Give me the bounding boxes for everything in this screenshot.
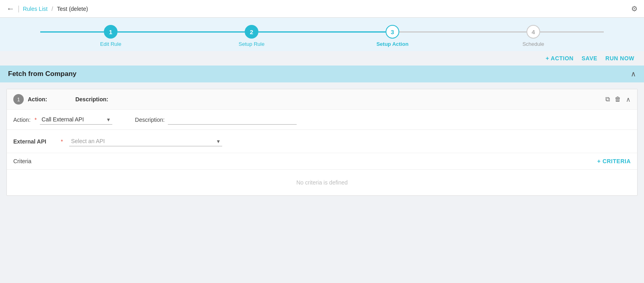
page-wrapper: ← | Rules List / Test (delete) ⚙ 1 bbox=[0, 0, 644, 283]
external-api-label: External API bbox=[13, 138, 54, 145]
action-field-label: Action: bbox=[13, 117, 31, 123]
save-button[interactable]: SAVE bbox=[582, 55, 597, 62]
content-scroll-area: Fetch from Company ∧ 1 Action: Descripti… bbox=[0, 66, 644, 283]
external-api-row: External API * Select an API ▼ bbox=[7, 130, 637, 153]
top-nav: ← | Rules List / Test (delete) ⚙ bbox=[0, 0, 644, 18]
no-criteria-message: No criteria is defined bbox=[7, 170, 637, 195]
criteria-label: Criteria bbox=[13, 158, 31, 164]
add-criteria-button[interactable]: + CRITERIA bbox=[597, 158, 631, 164]
step-4-circle: 4 bbox=[526, 25, 540, 39]
step-1-circle: 1 bbox=[104, 25, 118, 39]
delete-button[interactable]: 🗑 bbox=[615, 96, 621, 103]
step-3-circle: 3 bbox=[386, 25, 399, 39]
delete-icon: 🗑 bbox=[615, 96, 621, 103]
step-2-circle: 2 bbox=[245, 25, 258, 39]
card-action-header-label: Action: bbox=[28, 96, 47, 103]
stepper-section: 1 Edit Rule 2 Setup Rule bbox=[0, 18, 644, 51]
run-now-button[interactable]: RUN NOW bbox=[605, 55, 634, 62]
no-criteria-text: No criteria is defined bbox=[296, 179, 348, 186]
copy-button[interactable]: ⧉ bbox=[605, 96, 610, 103]
chevron-up-icon: ∧ bbox=[626, 96, 631, 103]
criteria-row: Criteria + CRITERIA bbox=[7, 153, 637, 170]
toolbar: + ACTION SAVE RUN NOW bbox=[0, 51, 644, 66]
external-api-select[interactable]: Select an API bbox=[69, 136, 222, 146]
step-3: 3 Setup Action bbox=[322, 25, 463, 47]
breadcrumb: Rules List / Test (delete) bbox=[23, 6, 88, 12]
section-header: Fetch from Company ∧ bbox=[0, 66, 644, 82]
action-field-group: Action: * Call External API Send Email U… bbox=[13, 115, 112, 125]
card-collapse-button[interactable]: ∧ bbox=[626, 96, 631, 103]
add-action-button[interactable]: + ACTION bbox=[546, 55, 574, 62]
action-card: 1 Action: Description: ⧉ 🗑 ∧ bbox=[6, 89, 638, 196]
step-3-label: Setup Action bbox=[376, 41, 409, 47]
card-header-left: 1 Action: Description: bbox=[13, 94, 108, 105]
nav-left: ← | Rules List / Test (delete) bbox=[6, 4, 88, 13]
description-input[interactable] bbox=[168, 115, 297, 125]
main-content: 1 Action: Description: ⧉ 🗑 ∧ bbox=[0, 89, 644, 202]
step-4: 4 Schedule bbox=[463, 25, 604, 47]
action-form-row: Action: * Call External API Send Email U… bbox=[7, 110, 637, 130]
back-arrow-icon[interactable]: ← bbox=[6, 4, 14, 13]
card-header-actions: ⧉ 🗑 ∧ bbox=[605, 96, 631, 103]
external-api-select-wrapper: Select an API ▼ bbox=[69, 136, 222, 146]
step-1: 1 Edit Rule bbox=[40, 25, 181, 47]
breadcrumb-root[interactable]: Rules List bbox=[23, 6, 47, 12]
card-header: 1 Action: Description: ⧉ 🗑 ∧ bbox=[7, 89, 637, 110]
step-2-label: Setup Rule bbox=[239, 41, 264, 47]
collapse-button[interactable]: ∧ bbox=[631, 70, 636, 78]
description-field-group: Description: bbox=[135, 115, 297, 125]
settings-gear-icon[interactable]: ⚙ bbox=[631, 4, 638, 13]
section-title: Fetch from Company bbox=[8, 70, 76, 78]
action-required-star: * bbox=[35, 117, 37, 123]
step-4-label: Schedule bbox=[522, 41, 544, 47]
step-1-label: Edit Rule bbox=[100, 41, 122, 47]
external-api-required-star: * bbox=[61, 138, 63, 145]
breadcrumb-current: Test (delete) bbox=[57, 6, 88, 12]
card-description-header-label: Description: bbox=[75, 96, 108, 103]
nav-divider: | bbox=[18, 4, 20, 13]
action-select-wrapper: Call External API Send Email Update Reco… bbox=[40, 115, 112, 125]
card-step-badge: 1 bbox=[13, 94, 24, 105]
copy-icon: ⧉ bbox=[605, 96, 610, 103]
stepper: 1 Edit Rule 2 Setup Rule bbox=[40, 25, 604, 47]
step-2: 2 Setup Rule bbox=[181, 25, 322, 47]
action-select[interactable]: Call External API Send Email Update Reco… bbox=[40, 115, 112, 125]
breadcrumb-sep: / bbox=[52, 6, 53, 12]
description-field-label: Description: bbox=[135, 117, 165, 123]
